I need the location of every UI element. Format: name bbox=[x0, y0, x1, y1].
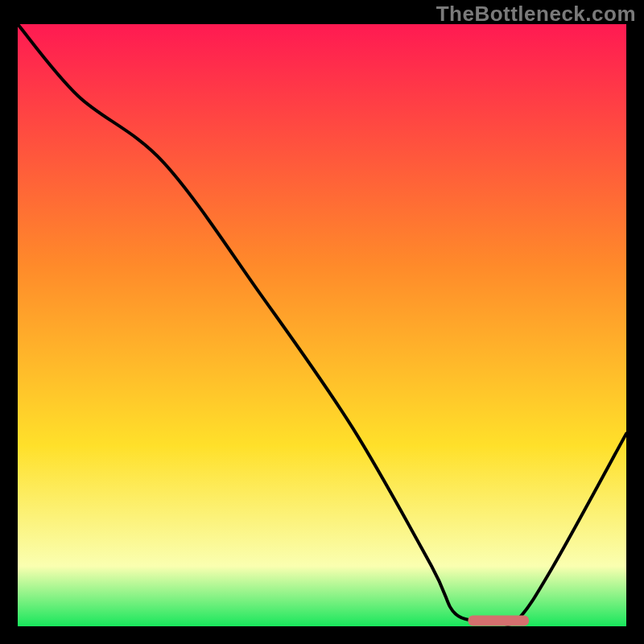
chart-frame: TheBottleneck.com bbox=[0, 0, 644, 644]
watermark-label: TheBottleneck.com bbox=[436, 2, 636, 27]
optimal-range-marker bbox=[468, 616, 529, 626]
bottleneck-chart bbox=[18, 24, 626, 626]
chart-background bbox=[18, 24, 626, 626]
